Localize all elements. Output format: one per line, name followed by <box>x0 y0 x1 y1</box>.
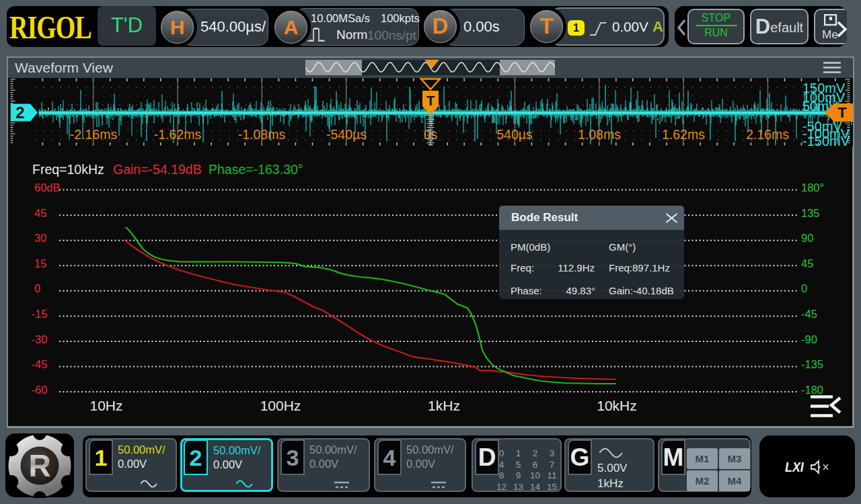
svg-text:T: T <box>426 93 435 108</box>
svg-text:-90: -90 <box>801 333 817 345</box>
svg-text:-15: -15 <box>32 308 48 320</box>
svg-text:-1.08ms: -1.08ms <box>238 127 286 142</box>
svg-text:-180: -180 <box>801 384 823 396</box>
svg-text:-1.62ms: -1.62ms <box>154 127 202 142</box>
svg-text:1.08ms: 1.08ms <box>578 127 621 142</box>
svg-text:15: 15 <box>34 257 46 269</box>
svg-text:-45: -45 <box>801 308 817 320</box>
svg-text:R: R <box>28 448 50 483</box>
svg-text:-540µs: -540µs <box>326 127 367 142</box>
svg-text:100Hz: 100Hz <box>260 398 301 413</box>
svg-text:45: 45 <box>34 207 46 219</box>
svg-text:10kHz: 10kHz <box>597 398 637 413</box>
svg-text:45: 45 <box>801 257 813 269</box>
svg-text:0: 0 <box>801 282 807 294</box>
svg-text:-30: -30 <box>32 333 48 345</box>
svg-text:0: 0 <box>34 282 40 294</box>
svg-text:-60: -60 <box>32 384 48 396</box>
svg-text:T: T <box>837 104 847 121</box>
svg-text:-135: -135 <box>801 358 823 370</box>
svg-text:540µs: 540µs <box>496 127 533 142</box>
svg-text:2: 2 <box>15 103 24 122</box>
svg-text:-45: -45 <box>32 358 48 370</box>
svg-text:1kHz: 1kHz <box>428 398 460 413</box>
svg-text:10Hz: 10Hz <box>89 398 122 413</box>
svg-text:180°: 180° <box>801 181 824 194</box>
svg-text:Phase=-163.30°: Phase=-163.30° <box>209 162 303 177</box>
svg-text:2.16ms: 2.16ms <box>746 127 789 142</box>
svg-text:90: 90 <box>801 232 813 244</box>
svg-text:-2.16ms: -2.16ms <box>70 127 118 142</box>
svg-text:135: 135 <box>801 207 820 219</box>
svg-text:Freq=10kHz: Freq=10kHz <box>32 162 104 177</box>
svg-text:30: 30 <box>34 232 46 244</box>
svg-text:1.62ms: 1.62ms <box>662 127 705 142</box>
svg-text:-150mV: -150mV <box>802 134 850 147</box>
svg-text:Gain=-54.19dB: Gain=-54.19dB <box>113 162 202 177</box>
svg-text:60dB: 60dB <box>34 181 61 194</box>
